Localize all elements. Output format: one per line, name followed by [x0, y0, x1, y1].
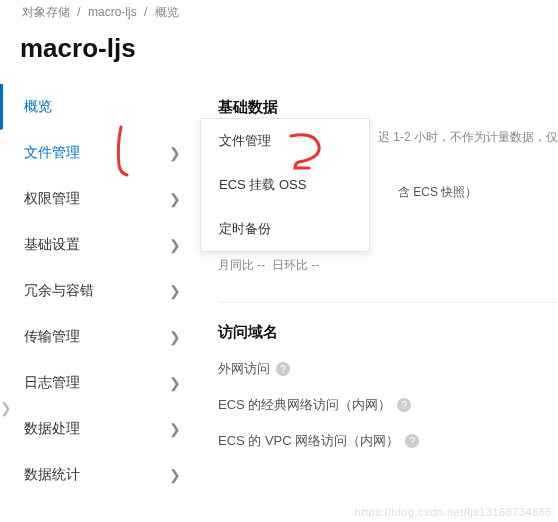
popup-item-files[interactable]: 文件管理 — [201, 119, 369, 163]
delay-note: 迟 1-2 小时，不作为计量数据，仅 — [378, 129, 558, 146]
breadcrumb-item: 概览 — [155, 5, 179, 19]
chevron-right-icon: ❯ — [169, 467, 181, 483]
access-row-vpc: ECS 的 VPC 网络访问（内网） ? — [218, 432, 558, 450]
access-row-classic: ECS 的经典网络访问（内网） ? — [218, 396, 558, 414]
watermark: https://blog.csdn.net/ljs13168734665 — [355, 506, 552, 518]
sidebar-item-data-process[interactable]: 数据处理 ❯ — [0, 406, 197, 452]
section-title-basic-data: 基础数据 — [218, 98, 558, 117]
sidebar-item-files[interactable]: 文件管理 ❯ — [0, 130, 197, 176]
compare-day: 日环比 -- — [272, 258, 319, 272]
sidebar-item-label: 文件管理 — [24, 144, 80, 162]
sidebar-item-data-stats[interactable]: 数据统计 ❯ — [0, 452, 197, 498]
compare-month: 月同比 -- — [218, 258, 265, 272]
breadcrumb: 对象存储 / macro-ljs / 概览 — [0, 0, 558, 25]
access-label: 外网访问 — [218, 360, 270, 378]
popup-item-backup[interactable]: 定时备份 — [201, 207, 369, 251]
popup-item-label: 定时备份 — [219, 220, 271, 238]
chevron-right-icon: ❯ — [169, 145, 181, 161]
sidebar-item-label: 基础设置 — [24, 236, 80, 254]
chevron-right-icon: ❯ — [169, 375, 181, 391]
chevron-right-icon: ❯ — [169, 283, 181, 299]
access-label: ECS 的经典网络访问（内网） — [218, 396, 391, 414]
sidebar-item-label: 传输管理 — [24, 328, 80, 346]
sidebar-item-basic-settings[interactable]: 基础设置 ❯ — [0, 222, 197, 268]
help-icon[interactable]: ? — [405, 434, 419, 448]
divider — [218, 302, 558, 303]
sidebar-item-redundancy[interactable]: 冗余与容错 ❯ — [0, 268, 197, 314]
sidebar-item-label: 数据处理 — [24, 420, 80, 438]
chevron-right-icon: ❯ — [169, 191, 181, 207]
sidebar-item-permissions[interactable]: 权限管理 ❯ — [0, 176, 197, 222]
popup-item-ecs-mount[interactable]: ECS 挂载 OSS — [201, 163, 369, 207]
collapse-arrow-icon[interactable]: ❯ — [0, 400, 12, 416]
sidebar-item-logs[interactable]: 日志管理 ❯ — [0, 360, 197, 406]
sidebar-item-label: 权限管理 — [24, 190, 80, 208]
access-label: ECS 的 VPC 网络访问（内网） — [218, 432, 399, 450]
sidebar-item-transfer[interactable]: 传输管理 ❯ — [0, 314, 197, 360]
chevron-right-icon: ❯ — [169, 329, 181, 345]
help-icon[interactable]: ? — [397, 398, 411, 412]
sidebar-item-overview[interactable]: 概览 — [0, 84, 197, 130]
chevron-right-icon: ❯ — [169, 421, 181, 437]
section-title-access-domain: 访问域名 — [218, 323, 558, 342]
ecs-snapshot-note: 含 ECS 快照） — [398, 184, 558, 201]
popup-item-label: 文件管理 — [219, 132, 271, 150]
chevron-right-icon: ❯ — [169, 237, 181, 253]
breadcrumb-sep: / — [77, 5, 80, 19]
help-icon[interactable]: ? — [276, 362, 290, 376]
breadcrumb-item[interactable]: 对象存储 — [22, 5, 70, 19]
sidebar-item-label: 日志管理 — [24, 374, 80, 392]
page-title: macro-ljs — [0, 25, 558, 84]
access-row-external: 外网访问 ? — [218, 360, 558, 378]
sidebar-item-label: 概览 — [24, 98, 52, 116]
submenu-popup: 文件管理 ECS 挂载 OSS 定时备份 — [200, 118, 370, 252]
sidebar: 概览 文件管理 ❯ 权限管理 ❯ 基础设置 ❯ 冗余与容错 ❯ 传输管理 ❯ 日… — [0, 84, 198, 498]
breadcrumb-sep: / — [144, 5, 147, 19]
compare-row: 月同比 -- 日环比 -- — [218, 257, 558, 274]
popup-item-label: ECS 挂载 OSS — [219, 176, 306, 194]
sidebar-item-label: 数据统计 — [24, 466, 80, 484]
sidebar-item-label: 冗余与容错 — [24, 282, 94, 300]
breadcrumb-item[interactable]: macro-ljs — [88, 5, 137, 19]
